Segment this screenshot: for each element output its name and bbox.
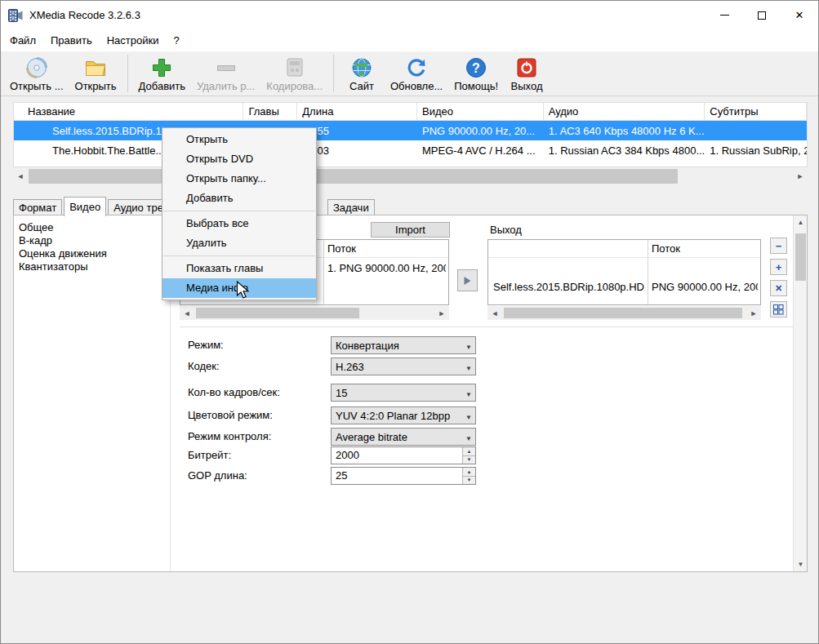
column-header-subtitles[interactable]: Субтитры — [705, 103, 807, 120]
list-item-quantizers[interactable]: Квантизаторы — [19, 260, 170, 273]
output-streams-box[interactable]: Поток Self.less.2015.BDRip.1080p.HD... P… — [487, 239, 761, 305]
scroll-left-icon[interactable]: ◄ — [13, 167, 28, 185]
table-row[interactable]: Self.less.2015.BDRip.1080p.HD... 56:55 P… — [14, 121, 807, 140]
menu-settings[interactable]: Настройки — [100, 31, 167, 50]
mode-label: Режим: — [188, 336, 224, 354]
tab-format[interactable]: Формат — [13, 199, 62, 215]
column-header-name[interactable]: Название — [14, 103, 243, 120]
spin-down-button[interactable]: ▼ — [463, 455, 475, 464]
codec-combobox[interactable]: H.263 ▼ — [331, 358, 476, 375]
context-menu-open-dvd[interactable]: Открыть DVD — [162, 149, 316, 169]
exit-button[interactable]: Выход — [504, 54, 550, 93]
scroll-down-icon[interactable]: ▼ — [794, 557, 808, 571]
spin-down-button[interactable]: ▼ — [463, 476, 475, 485]
scrollbar-thumb[interactable] — [29, 169, 678, 184]
context-menu: Открыть Открыть DVD Открыть папку... Доб… — [162, 127, 317, 300]
input-stream-column-header: Поток — [327, 240, 356, 257]
scrollbar-thumb[interactable] — [795, 233, 806, 281]
ratecontrol-combobox[interactable]: Average bitrate ▼ — [331, 428, 476, 446]
grid-view-button[interactable] — [770, 301, 787, 318]
output-box-scrollbar[interactable]: ◄ ► — [487, 306, 761, 320]
output-name-value[interactable]: Self.less.2015.BDRip.1080p.HD... — [493, 281, 645, 293]
import-button[interactable]: Import — [371, 222, 450, 238]
menu-file[interactable]: Файл — [2, 31, 43, 50]
menu-help[interactable]: ? — [166, 31, 186, 50]
scrollbar-track[interactable] — [502, 306, 746, 320]
menu-edit[interactable]: Править — [43, 31, 100, 50]
scroll-right-icon[interactable]: ► — [434, 306, 449, 320]
transfer-stream-button[interactable] — [457, 269, 478, 291]
spin-up-button[interactable]: ▲ — [463, 468, 475, 476]
file-list-table: Название Главы Длина Видео Аудио Субтитр… — [13, 102, 808, 167]
spin-up-button[interactable]: ▲ — [463, 447, 475, 455]
open-file-button[interactable]: Открыть ... — [4, 54, 69, 93]
scrollbar-thumb[interactable] — [196, 308, 359, 318]
mode-combobox[interactable]: Конвертация ▼ — [331, 336, 476, 354]
add-button[interactable]: Добавить — [133, 54, 191, 93]
gop-spinner[interactable]: 25 ▲ ▼ — [331, 467, 476, 485]
header-divider — [488, 257, 760, 258]
column-divider — [323, 240, 324, 304]
scrollbar-thumb[interactable] — [504, 308, 742, 318]
context-menu-select-all[interactable]: Выбрать все — [162, 214, 316, 233]
close-button[interactable]: ✕ — [781, 1, 818, 29]
scroll-left-icon[interactable]: ◄ — [180, 306, 194, 320]
maximize-button[interactable] — [743, 1, 781, 29]
open-button[interactable]: Открыть — [69, 54, 122, 93]
right-arrow-icon — [463, 276, 472, 286]
context-menu-open-folder[interactable]: Открыть папку... — [162, 169, 316, 189]
context-menu-delete[interactable]: Удалить — [162, 233, 316, 253]
scroll-up-icon[interactable]: ▲ — [794, 215, 808, 229]
form-row-framerate: Кол-во кадров/сек: 15 ▼ — [14, 384, 807, 402]
list-item-bframe[interactable]: В-кадр — [19, 234, 170, 247]
chevron-down-icon: ▼ — [462, 340, 475, 352]
scroll-left-icon[interactable]: ◄ — [487, 306, 502, 320]
remove-button: Удалить р... — [191, 54, 260, 93]
scrollbar-track[interactable] — [28, 167, 793, 185]
scrollbar-track[interactable] — [194, 306, 434, 320]
output-stream-value[interactable]: PNG 90000.00 Hz, 200 — [652, 281, 758, 293]
column-header-video[interactable]: Видео — [417, 103, 544, 120]
tab-video[interactable]: Видео — [64, 197, 106, 216]
add-stream-button[interactable]: + — [770, 259, 787, 275]
scroll-right-icon[interactable]: ► — [746, 306, 761, 320]
spinner-buttons: ▲ ▼ — [462, 468, 475, 484]
list-item-general[interactable]: Общее — [19, 221, 170, 234]
input-stream-value[interactable]: 1. PNG 90000.00 Hz, 200 : — [327, 262, 446, 274]
chevron-down-icon: ▼ — [462, 410, 475, 422]
table-horizontal-scrollbar[interactable]: ◄ ► — [13, 167, 808, 185]
encode-icon — [283, 56, 307, 80]
context-menu-add[interactable]: Добавить — [162, 189, 316, 208]
context-menu-show-chapters[interactable]: Показать главы — [162, 259, 316, 278]
chevron-down-icon: ▼ — [462, 361, 475, 373]
framerate-combobox[interactable]: 15 ▼ — [331, 384, 476, 402]
update-button[interactable]: Обновле... — [385, 54, 448, 93]
section-divider — [180, 326, 794, 327]
website-button[interactable]: Сайт — [339, 54, 385, 93]
input-box-scrollbar[interactable]: ◄ ► — [180, 306, 449, 320]
form-row-codec: Кодек: H.263 ▼ — [14, 358, 807, 375]
context-menu-open[interactable]: Открыть — [162, 130, 316, 149]
table-row[interactable]: The.Hobbit.The.Battle... 44:03 MPEG-4 AV… — [14, 140, 807, 160]
list-item-motion-estimation[interactable]: Оценка движения — [19, 247, 170, 260]
close-icon: ✕ — [775, 283, 782, 294]
column-header-audio[interactable]: Аудио — [544, 103, 705, 120]
column-header-chapters[interactable]: Главы — [243, 103, 297, 120]
bitrate-spinner[interactable]: 2000 ▲ ▼ — [331, 446, 476, 464]
maximize-icon — [758, 11, 766, 20]
colormode-combobox[interactable]: YUV 4:2:0 Planar 12bpp ▼ — [331, 406, 476, 424]
video-tab-panel: Общее В-кадр Оценка движения Квантизатор… — [13, 215, 808, 572]
column-header-length[interactable]: Длина — [297, 103, 417, 120]
tab-strip: Формат Видео Аудио трек 1 Задачи — [13, 197, 808, 215]
panel-vertical-scrollbar[interactable]: ▲ ▼ — [793, 215, 807, 571]
encode-button: Кодирова... — [260, 54, 328, 93]
window-title: XMedia Recode 3.2.6.3 — [29, 9, 140, 21]
minimize-button[interactable] — [705, 1, 743, 29]
xmedia-recode-window: XMedia Recode 3.2.6.3 ✕ Файл Править Нас… — [0, 0, 819, 644]
help-button[interactable]: ? Помощь! — [448, 54, 504, 93]
remove-stream-button[interactable]: − — [770, 238, 787, 254]
tab-tasks[interactable]: Задачи — [327, 199, 375, 215]
scroll-right-icon[interactable]: ► — [793, 167, 808, 185]
clear-streams-button[interactable]: ✕ — [770, 280, 787, 296]
bitrate-label: Битрейт: — [188, 446, 231, 464]
